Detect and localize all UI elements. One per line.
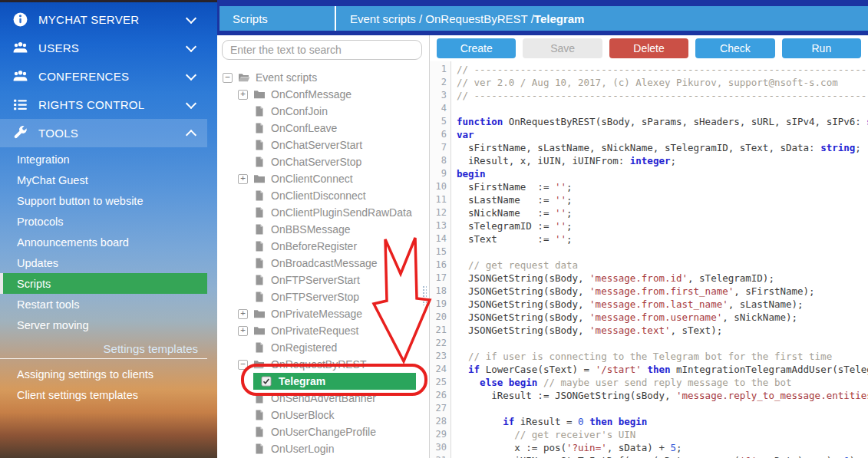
- sidebar-item-rights-control[interactable]: RIGHTS CONTROL: [0, 91, 207, 119]
- tree-item-onuserlogin[interactable]: OnUserLogin: [217, 440, 429, 457]
- panel-splitter-grip[interactable]: [422, 285, 427, 305]
- run-button[interactable]: Run: [782, 38, 861, 58]
- save-button[interactable]: Save: [523, 38, 602, 58]
- doc-icon: [253, 274, 266, 286]
- sidebar-item-label: Announcements board: [17, 236, 129, 249]
- code-line: JSONGetString(sBody, 'message.from.first…: [457, 285, 868, 298]
- expand-icon[interactable]: +: [238, 90, 248, 100]
- sidebar-item-client-settings-templates[interactable]: Client settings templates: [0, 384, 207, 405]
- tree-item-onclientpluginsendrawdata[interactable]: OnClientPluginSendRawData: [217, 204, 429, 221]
- sidebar: MYCHAT SERVERUSERSCONFERENCESRIGHTS CONT…: [0, 0, 217, 458]
- chevron-up-icon: [186, 130, 196, 140]
- tree-item-onbbsmessage[interactable]: OnBBSMessage: [217, 221, 429, 238]
- expand-icon[interactable]: +: [238, 174, 248, 184]
- sidebar-item-support-button-to-website[interactable]: Support button to website: [0, 190, 207, 211]
- sidebar-item-conferences[interactable]: CONFERENCES: [0, 62, 207, 91]
- sidebar-item-mychat-server[interactable]: MYCHAT SERVER: [0, 5, 207, 34]
- sidebar-item-users[interactable]: USERS: [0, 34, 207, 62]
- collapse-icon[interactable]: −: [238, 360, 248, 370]
- tree-item-onprivatemessage[interactable]: +OnPrivateMessage: [217, 305, 429, 322]
- sidebar-item-server-moving[interactable]: Server moving: [0, 315, 207, 335]
- code-line: function OnRequestByREST(sBody, sParams,…: [457, 115, 868, 128]
- top-header: Scripts Event scripts / OnRequestByREST …: [217, 0, 868, 35]
- line-number: 14: [430, 232, 451, 245]
- tree-item-onconfleave[interactable]: OnConfLeave: [217, 120, 429, 137]
- expand-icon[interactable]: +: [238, 309, 248, 319]
- checkbox-checked-icon: [261, 376, 272, 387]
- selected-script-highlight[interactable]: Telegram: [253, 373, 416, 390]
- tree-item-onprivaterequest[interactable]: +OnPrivateRequest: [217, 322, 429, 339]
- tree-item-onuserchangeprofile[interactable]: OnUserChangeProfile: [217, 423, 429, 440]
- doc-icon: [253, 156, 266, 168]
- tree-item-telegram[interactable]: Telegram: [217, 373, 429, 390]
- tab-scripts[interactable]: Scripts: [219, 6, 335, 31]
- tree-item-onclientdisconnect[interactable]: OnClientDisconnect: [217, 187, 429, 204]
- chevron-down-icon: [186, 69, 196, 80]
- sidebar-item-label: Restart tools: [17, 298, 79, 311]
- tree-item-onftpserverstop[interactable]: OnFTPServerStop: [217, 288, 429, 305]
- conference-icon: [12, 68, 28, 84]
- search-input[interactable]: [222, 40, 422, 60]
- sidebar-templates-submenu: Assigning settings to clientsClient sett…: [0, 364, 217, 405]
- line-number: 12: [430, 206, 451, 219]
- sidebar-item-announcements-board[interactable]: Announcements board: [0, 232, 207, 252]
- editor-panel: CreateSaveDeleteCheckRun 123456789101112…: [430, 35, 868, 458]
- code-line: [457, 337, 868, 350]
- code-line: // ver 2.0 / Aug 10, 2017, (c) Alexey Pi…: [457, 76, 868, 89]
- tree-item-onbroadcastmessage[interactable]: OnBroadcastMessage: [217, 255, 429, 272]
- code-line: // get receiver's UIN: [457, 428, 868, 441]
- doc-icon: [253, 426, 266, 438]
- code-line: // if user is connecting to the Telegram…: [457, 350, 868, 363]
- doc-icon: [253, 105, 266, 117]
- sidebar-item-label: Assigning settings to clients: [17, 368, 153, 381]
- tree-item-onconfmessage[interactable]: +OnConfMessage: [217, 86, 429, 103]
- doc-icon: [253, 291, 266, 303]
- sidebar-item-label: RIGHTS CONTROL: [38, 98, 144, 111]
- code-line: sLastName := '';: [457, 193, 868, 206]
- tree-item-label: OnChatServerStart: [271, 139, 362, 151]
- code-line: else begin // maybe user send reply mess…: [457, 376, 868, 389]
- sidebar-item-mychat-guest[interactable]: MyChat Guest: [0, 170, 207, 190]
- expand-icon[interactable]: +: [238, 326, 248, 336]
- breadcrumb: Event scripts / OnRequestByREST / Telegr…: [336, 6, 868, 31]
- tree-item-onuserblock[interactable]: OnUserBlock: [217, 407, 429, 423]
- tree-item-onconfjoin[interactable]: OnConfJoin: [217, 103, 429, 120]
- create-button[interactable]: Create: [437, 38, 516, 58]
- sidebar-item-scripts[interactable]: Scripts: [0, 273, 207, 294]
- doc-icon: [253, 409, 266, 421]
- tree-item-onclientconnect[interactable]: +OnClientConnect: [217, 170, 429, 187]
- check-button[interactable]: Check: [695, 38, 774, 58]
- script-toolbar: CreateSaveDeleteCheckRun: [430, 35, 868, 61]
- line-number: 9: [430, 167, 451, 180]
- tree-item-onftpserverstart[interactable]: OnFTPServerStart: [217, 272, 429, 288]
- code-line: var: [457, 128, 868, 141]
- sidebar-item-integration[interactable]: Integration: [0, 149, 207, 170]
- tree-item-onchatserverstart[interactable]: OnChatServerStart: [217, 137, 429, 153]
- sidebar-item-restart-tools[interactable]: Restart tools: [0, 294, 207, 315]
- sidebar-item-protocols[interactable]: Protocols: [0, 211, 207, 232]
- delete-button[interactable]: Delete: [609, 38, 688, 58]
- code-editor[interactable]: 1234567891011121314151617181920212223242…: [430, 61, 868, 458]
- code-line: JSONGetString(sBody, 'message.text', sTe…: [457, 324, 868, 337]
- sidebar-item-tools[interactable]: TOOLS: [0, 119, 207, 147]
- code-lines[interactable]: // -------------------------------------…: [451, 61, 868, 458]
- line-number: 10: [430, 180, 451, 193]
- sidebar-item-assigning-settings-to-clients[interactable]: Assigning settings to clients: [0, 364, 207, 384]
- tree-item-onregistered[interactable]: OnRegistered: [217, 339, 429, 356]
- sidebar-item-label: Client settings templates: [17, 389, 138, 401]
- sidebar-item-label: Integration: [17, 153, 70, 166]
- tree-item-event-scripts[interactable]: −Event scripts: [217, 69, 429, 86]
- code-line: x := pos('?uin=', sData) + 5;: [457, 441, 868, 454]
- line-number: 17: [430, 272, 451, 285]
- tree-item-onbeforeregister[interactable]: OnBeforeRegister: [217, 238, 429, 255]
- line-number: 6: [430, 128, 451, 141]
- tree-item-onrequestbyrest[interactable]: −OnRequestByREST: [217, 356, 429, 373]
- code-line: JSONGetString(sBody, 'message.from.id', …: [457, 272, 868, 285]
- collapse-icon[interactable]: −: [223, 73, 233, 83]
- tree-item-label: OnFTPServerStart: [271, 274, 360, 286]
- line-number: 30: [430, 441, 451, 454]
- sidebar-item-updates[interactable]: Updates: [0, 252, 207, 273]
- code-line: // get request data: [457, 259, 868, 272]
- tree-item-onsendadvertbanner[interactable]: OnSendAdvertBanner: [217, 390, 429, 407]
- tree-item-onchatserverstop[interactable]: OnChatServerStop: [217, 153, 429, 170]
